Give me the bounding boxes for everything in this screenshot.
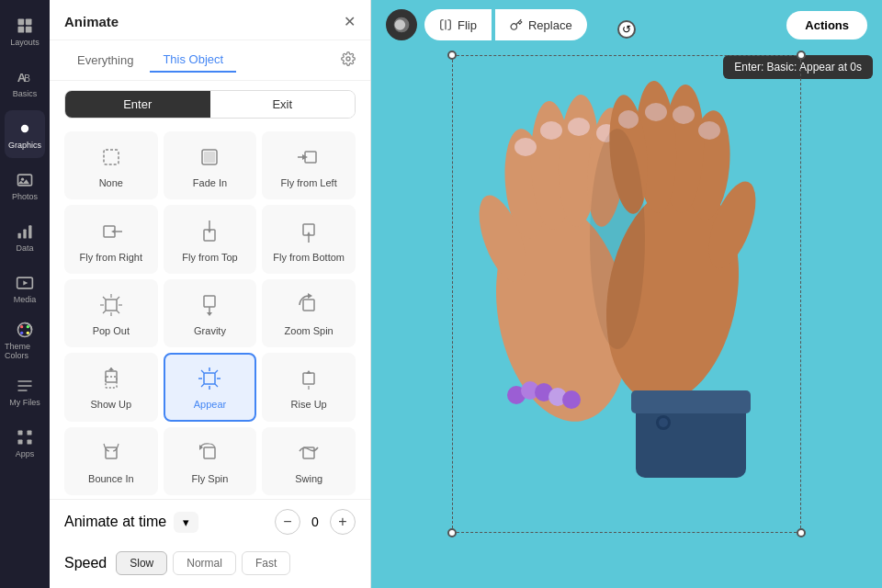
fly-right-icon [96,217,126,246]
pop-out-icon [96,290,126,320]
fly-spin-icon [195,438,224,468]
anim-fly-spin[interactable]: Fly Spin [164,427,257,495]
svg-point-83 [568,118,590,136]
time-controls: − 0 + [275,509,356,535]
svg-marker-55 [108,368,114,370]
handle-br[interactable] [797,528,806,537]
exit-button[interactable]: Exit [210,91,356,118]
svg-marker-51 [308,293,312,299]
appear-icon [195,364,224,393]
speed-slow[interactable]: Slow [116,551,167,575]
svg-line-44 [117,297,119,300]
dropdown-label: ▾ [183,515,189,529]
actions-button[interactable]: Actions [786,11,867,40]
svg-rect-1 [26,18,32,25]
anim-fly-from-bottom[interactable]: Fly from Bottom [262,205,356,273]
anim-pop-out[interactable]: Pop Out [64,279,158,347]
replace-button[interactable]: Replace [495,9,587,40]
enter-button[interactable]: Enter [65,91,210,118]
svg-point-99 [618,110,639,129]
svg-rect-21 [18,439,23,444]
svg-rect-22 [28,439,32,444]
svg-point-81 [514,138,537,156]
sidebar-item-apps[interactable]: Apps [5,419,45,467]
svg-rect-50 [303,300,314,311]
svg-line-63 [201,384,204,387]
anim-rise-up[interactable]: Rise Up [262,353,356,421]
svg-marker-31 [111,230,115,233]
gravity-icon [195,290,224,320]
panel-header: Animate ✕ [50,0,370,40]
anim-rise-up-label: Rise Up [291,399,327,410]
sidebar-item-photos[interactable]: Photos [5,162,45,209]
anim-appear[interactable]: Appear [164,353,257,421]
svg-marker-13 [23,280,28,285]
sidebar-item-data[interactable]: Data [5,213,45,261]
anim-zoom-spin[interactable]: Zoom Spin [262,279,356,347]
anim-swing[interactable]: Swing [262,427,356,495]
svg-point-15 [20,325,23,328]
svg-rect-20 [28,430,32,435]
svg-rect-65 [303,373,314,384]
anim-gravity[interactable]: Gravity [164,279,257,347]
anim-zoom-spin-label: Zoom Spin [285,325,334,336]
anim-fly-from-right[interactable]: Fly from Right [64,205,158,273]
anim-fly-from-left[interactable]: Fly from Left [262,131,356,199]
time-minus-button[interactable]: − [275,509,300,535]
sidebar-label-graphics: Graphics [8,141,41,150]
flip-replace-group: Flip Replace [386,9,587,40]
animate-time-dropdown[interactable]: ▾ [174,512,198,533]
sidebar-item-media[interactable]: Media [5,265,45,312]
svg-point-104 [590,129,645,349]
animate-panel: Animate ✕ Everything This Object Enter E… [50,0,371,588]
anim-bounce-in[interactable]: Bounce In [64,427,158,495]
svg-point-17 [20,331,23,334]
anim-gravity-label: Gravity [194,325,226,336]
settings-icon-button[interactable] [341,51,356,69]
anim-bounce-in-label: Bounce In [88,473,134,484]
sidebar-label-theme-colors: Theme Colors [5,342,45,360]
speed-label: Speed [64,555,107,571]
svg-line-46 [117,311,119,313]
close-button[interactable]: ✕ [344,13,356,30]
svg-marker-34 [208,230,211,233]
anim-show-up[interactable]: Show Up [64,353,158,421]
speed-normal[interactable]: Normal [173,551,236,575]
sidebar-item-basics[interactable]: AB Basics [5,59,45,107]
anim-fly-left-label: Fly from Left [281,177,337,188]
bounce-in-icon [96,438,126,468]
fly-top-icon [195,217,224,246]
time-plus-button[interactable]: + [330,509,356,535]
svg-rect-101 [631,390,751,413]
tab-this-object[interactable]: This Object [150,48,236,73]
anim-fade-in[interactable]: Fade In [164,131,257,199]
sidebar-item-layouts[interactable]: Layouts [5,7,45,55]
anim-show-up-label: Show Up [91,399,132,410]
object-avatar [386,9,417,40]
handle-bl[interactable] [447,528,457,537]
speed-fast[interactable]: Fast [242,551,290,575]
tab-everything[interactable]: Everything [64,49,146,72]
anim-fly-from-top[interactable]: Fly from Top [164,205,257,273]
svg-rect-19 [18,430,23,435]
anim-pop-out-label: Pop Out [93,325,130,336]
flip-button[interactable]: Flip [424,9,492,40]
canvas-area: Flip Replace Actions Enter: Basic: Appea… [371,0,882,588]
sidebar-item-graphics[interactable]: Graphics [5,110,45,158]
panel-title: Animate [64,14,119,29]
selected-object-container[interactable]: ↺ [452,55,801,533]
left-sidebar: Layouts AB Basics Graphics Photos Data M… [0,0,50,588]
svg-line-62 [215,370,218,373]
speed-options: Slow Normal Fast [116,551,290,575]
anim-none[interactable]: None [64,131,158,199]
svg-marker-67 [306,370,311,374]
enter-exit-row: Enter Exit [64,90,356,119]
handle-tr[interactable] [797,51,806,60]
handle-tl[interactable] [447,51,457,60]
speed-row: Speed Slow Normal Fast [50,544,370,588]
svg-point-96 [698,121,720,140]
sidebar-item-theme-colors[interactable]: Theme Colors [5,316,45,364]
animate-time-label: Animate at time [64,514,166,530]
svg-rect-9 [18,232,21,238]
sidebar-item-my-files[interactable]: My Files [5,368,45,415]
